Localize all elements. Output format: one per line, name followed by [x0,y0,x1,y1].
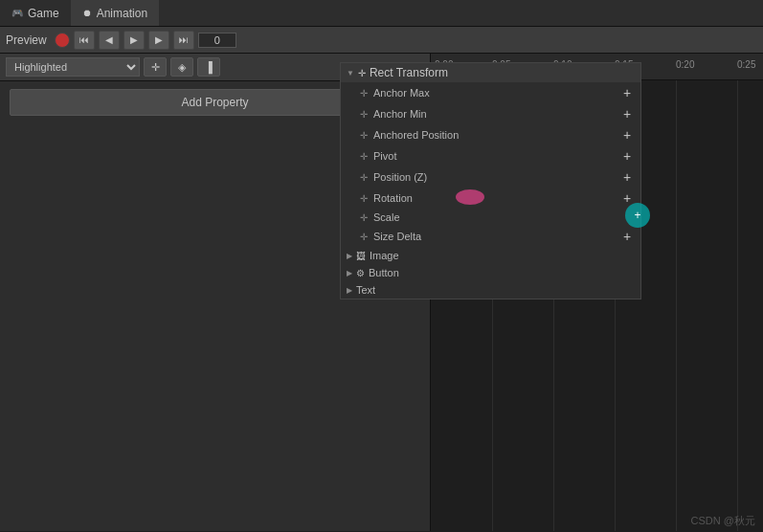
time-marker-5: 0:25 [737,59,755,70]
toolbar: Preview ⏮ ◀ ▶ ▶ ⏭ 0 [0,27,763,54]
property-row-anchor-max: ✛ Anchor Max + [341,82,640,103]
add-anchor-max-button[interactable]: + [619,85,635,100]
timeline-vline-4 [676,80,677,531]
add-size-delta-button[interactable]: + [619,229,635,244]
watermark: CSDN @秋元 [691,514,755,528]
add-keyframe-button[interactable]: ▐ [197,57,220,77]
preview-label: Preview [6,33,47,47]
anchor-min-label: Anchor Min [373,108,427,120]
property-panel: ▼ ✛ Rect Transform ✛ Anchor Max + ✛ Anch… [340,62,641,299]
image-arrow-icon: ▶ [347,252,352,260]
move-icon-1: ✛ [360,109,368,120]
add-anchored-position-button[interactable]: + [619,127,635,143]
rotation-label: Rotation [373,192,413,204]
tab-animation-label: Animation [97,7,147,20]
property-row-scale: ✛ Scale + [341,209,640,226]
image-label: Image [370,250,399,261]
move-icon-6: ✛ [360,212,368,223]
crosshair-button[interactable]: ✛ [144,57,167,77]
step-back-button[interactable]: ◀ [99,31,120,50]
step-forward-button[interactable]: ▶ [148,31,169,50]
record-button[interactable] [55,33,70,48]
anchor-max-label: Anchor Max [373,87,430,99]
tab-game[interactable]: 🎮 Game [0,0,71,26]
tab-animation[interactable]: ⏺ Animation [71,0,159,26]
property-row-pivot: ✛ Pivot + [341,145,640,166]
collapsible-image[interactable]: ▶ 🖼 Image [341,247,640,264]
property-row-rotation: ✛ Rotation + [341,188,640,209]
property-row-size-delta: ✛ Size Delta + [341,226,640,247]
rect-transform-section: ▼ ✛ Rect Transform [341,63,640,82]
collapsible-text[interactable]: ▶ Text [341,281,640,299]
add-anchor-min-button[interactable]: + [619,106,635,122]
animation-icon: ⏺ [82,8,92,18]
tab-bar: 🎮 Game ⏺ Animation [0,0,763,27]
add-pivot-button[interactable]: + [619,148,635,164]
rect-transform-icon: ✛ [358,68,366,78]
skip-back-button[interactable]: ⏮ [74,31,95,50]
tab-game-label: Game [28,7,59,20]
play-button[interactable]: ▶ [123,31,145,50]
move-icon-5: ✛ [360,193,368,204]
text-arrow-icon: ▶ [347,286,352,295]
property-row-position-z: ✛ Position (Z) + [341,166,640,188]
move-icon-0: ✛ [360,88,368,99]
cursor-indicator: + [625,203,650,228]
move-icon-3: ✛ [360,151,368,162]
add-position-z-button[interactable]: + [619,169,635,185]
frame-input[interactable]: 0 [198,33,236,48]
button-label: Button [369,267,399,278]
rect-transform-label: Rect Transform [370,66,448,79]
scale-label: Scale [373,211,400,223]
position-z-label: Position (Z) [373,171,427,183]
property-row-anchor-min: ✛ Anchor Min + [341,103,640,124]
move-icon-7: ✛ [360,232,368,242]
move-icon-2: ✛ [360,130,368,141]
image-icon: 🖼 [356,251,366,261]
skip-forward-button[interactable]: ⏭ [173,31,194,50]
timeline-vline-5 [737,80,738,531]
pivot-label: Pivot [373,150,396,162]
highlighted-select[interactable]: Highlighted [6,57,140,77]
pink-blob [456,189,484,205]
diamond-button[interactable]: ◈ [170,57,193,77]
collapsible-button[interactable]: ▶ ⚙ Button [341,264,640,281]
size-delta-label: Size Delta [373,231,421,242]
expand-arrow-icon: ▼ [347,69,354,78]
time-marker-4: 0:20 [676,59,694,70]
property-row-anchored-position: ✛ Anchored Position + [341,124,640,145]
move-icon-4: ✛ [360,172,368,183]
button-arrow-icon: ▶ [347,269,352,277]
button-section-icon: ⚙ [356,268,365,278]
text-label: Text [356,284,375,296]
game-icon: 🎮 [11,8,23,18]
anchored-position-label: Anchored Position [373,129,459,141]
